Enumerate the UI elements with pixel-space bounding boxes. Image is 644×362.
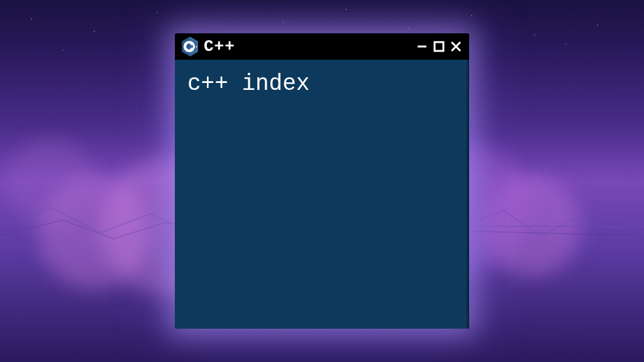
close-icon — [449, 40, 463, 53]
svg-text:+: + — [196, 45, 197, 48]
svg-text:+: + — [194, 45, 196, 48]
body-text: c++ index — [187, 71, 457, 97]
terminal-window: + + C++ c++ in — [175, 33, 469, 329]
svg-rect-4 — [435, 42, 443, 51]
minimize-button[interactable] — [416, 40, 429, 53]
close-button[interactable] — [449, 40, 463, 53]
cpp-logo-icon: + + — [181, 36, 199, 57]
maximize-icon — [433, 40, 445, 53]
minimize-icon — [416, 40, 429, 53]
window-body: c++ index — [175, 60, 469, 329]
maximize-button[interactable] — [433, 40, 445, 53]
titlebar[interactable]: + + C++ — [175, 33, 469, 60]
window-title: C++ — [204, 37, 235, 56]
